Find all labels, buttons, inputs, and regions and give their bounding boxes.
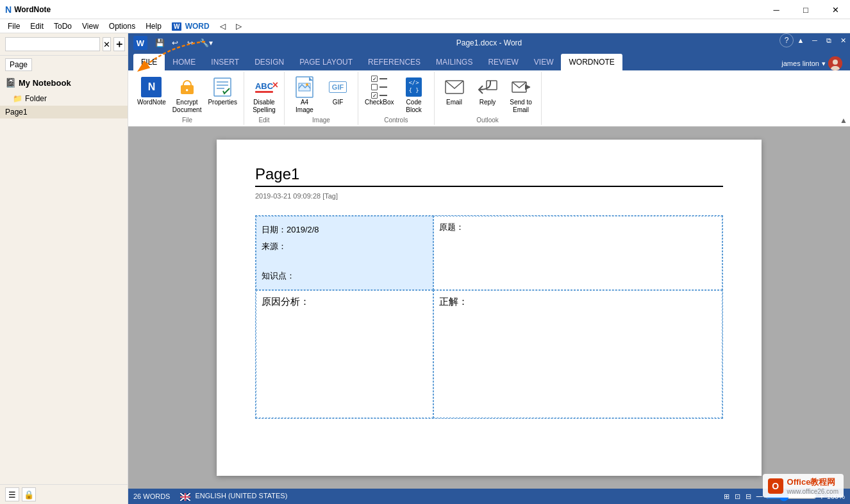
menu-options[interactable]: Options — [104, 20, 140, 32]
watermark-sub: www.office26.com — [787, 488, 838, 495]
word-minimize-button[interactable]: ─ — [808, 33, 822, 47]
word-redo-button[interactable]: ↪ — [183, 36, 197, 50]
spell-underline — [255, 91, 273, 93]
sidebar-page-1[interactable]: Page1 — [0, 106, 128, 118]
menu-forward[interactable]: ▷ — [231, 20, 247, 32]
zoom-out-button[interactable]: ─ — [756, 491, 763, 501]
cell-source: 来源： — [262, 238, 428, 255]
gif-badge-text: GIF — [329, 81, 347, 93]
sidebar-lock-button[interactable]: 🔒 — [22, 487, 36, 501]
user-name: james linton — [781, 60, 819, 67]
word-undo-button[interactable]: ↩ — [168, 36, 182, 50]
word-close-button[interactable]: ✕ — [836, 33, 850, 47]
add-page-button[interactable]: ＋ — [113, 37, 125, 51]
reply-button[interactable]: Reply — [472, 76, 504, 108]
a4-image-label: A4Image — [296, 99, 313, 114]
document-meta: 2019-03-21 09:09:28 [Tag] — [255, 192, 723, 200]
outlook-group-buttons: Email Reply — [438, 73, 537, 115]
cell-knowledge: 知识点： — [262, 268, 428, 284]
notebook-icon: 📓 — [5, 77, 16, 88]
svg-point-2 — [833, 60, 838, 65]
gif-button[interactable]: GIF GIF — [322, 76, 354, 108]
user-section: james linton ▾ — [781, 56, 842, 70]
notebook-title: 📓 My Notebook — [0, 74, 128, 92]
checkbox-icon: ✓ ✓ — [369, 77, 390, 97]
menu-help[interactable]: Help — [140, 20, 167, 32]
checkbox-button[interactable]: ✓ ✓ — [362, 76, 397, 108]
properties-icon — [212, 77, 233, 97]
wordnote-title-bar: N WordNote ─ □ ✕ — [0, 0, 850, 19]
word-app-icon: W — [133, 36, 147, 50]
checkbox-line-1 — [379, 78, 387, 79]
tab-references[interactable]: REFERENCES — [360, 54, 428, 70]
view-web-icon[interactable]: ⊟ — [746, 492, 751, 501]
email-button[interactable]: Email — [438, 76, 471, 108]
nav-page-label[interactable]: Page — [5, 58, 32, 71]
wordnote-button-label: WordNote — [137, 99, 166, 106]
main-layout: ✕ ＋ Page 📓 My Notebook 📁 Folder — [0, 33, 850, 504]
cell-title-label: 原题： — [439, 222, 717, 233]
folder-icon: 📁 — [13, 94, 22, 103]
menu-word[interactable]: W WORD — [167, 20, 215, 32]
wordnote-button[interactable]: N WordNote — [135, 76, 169, 108]
menu-file[interactable]: File — [3, 20, 25, 32]
encrypt-document-button[interactable]: ● EncryptDocument — [170, 76, 204, 115]
search-input[interactable] — [5, 37, 100, 51]
word-save-button[interactable]: 💾 — [153, 36, 167, 50]
file-group-label: File — [135, 115, 240, 124]
tab-design[interactable]: DESIGN — [247, 54, 292, 70]
table-cell-solution: 正解： — [433, 290, 722, 418]
tab-insert[interactable]: INSERT — [203, 54, 247, 70]
word-customize-button[interactable]: 🔧▾ — [199, 36, 213, 50]
status-bar: 26 WORDS ENGLISH (UNITED STATES) ⊞ ⊡ ⊟ — [128, 489, 850, 504]
checkbox-box-3: ✓ — [371, 92, 378, 99]
office-icon: O — [768, 478, 783, 494]
ribbon-tabs-bar: FILE HOME INSERT DESIGN PAGE LAYOUT REFE… — [128, 53, 850, 70]
title-divider — [255, 186, 723, 187]
tab-review[interactable]: REVIEW — [480, 54, 526, 70]
user-avatar[interactable] — [828, 56, 842, 70]
ribbon-group-edit: ABC × DisableSpelling Edit — [244, 72, 285, 125]
menu-view[interactable]: View — [77, 20, 104, 32]
image-group-label: Image — [288, 115, 354, 124]
sidebar-nav-area: Page — [0, 56, 128, 74]
table-cell-info: 日期：2019/2/8 来源： 知识点： — [256, 216, 433, 290]
app-name-label: WordNote — [14, 5, 51, 14]
tab-view[interactable]: VIEW — [526, 54, 562, 70]
sidebar-settings-button[interactable]: ☰ — [5, 487, 19, 501]
document-table: 日期：2019/2/8 来源： 知识点： 原题： 原因分析： — [255, 215, 723, 419]
menu-todo[interactable]: ToDo — [49, 20, 77, 32]
document-page: Page1 2019-03-21 09:09:28 [Tag] 日期：2019/… — [217, 140, 762, 476]
code-block-button[interactable]: </>{ } CodeBlock — [398, 76, 430, 115]
image-group-buttons: A4Image GIF GIF — [288, 73, 354, 115]
word-help-button[interactable]: ? — [779, 33, 794, 47]
a4-image-button[interactable]: A4Image — [288, 76, 321, 115]
send-email-button[interactable]: Send toEmail — [505, 76, 537, 115]
ribbon-collapse-button[interactable]: ▲ — [840, 116, 847, 125]
clear-search-button[interactable]: ✕ — [103, 37, 111, 51]
close-button[interactable]: ✕ — [821, 0, 850, 19]
maximize-button[interactable]: □ — [791, 0, 821, 19]
ribbon-tabs-right: james linton ▾ — [781, 56, 845, 70]
disable-spelling-button[interactable]: ABC × DisableSpelling — [248, 76, 280, 115]
menu-back[interactable]: ◁ — [215, 20, 231, 32]
disable-spelling-label: DisableSpelling — [253, 99, 276, 114]
tab-page-layout[interactable]: PAGE LAYOUT — [292, 54, 360, 70]
word-restore-button[interactable]: ⧉ — [822, 33, 836, 47]
cell-date: 日期：2019/2/8 — [262, 222, 428, 238]
view-layout-icon[interactable]: ⊞ — [724, 492, 729, 501]
cell-analysis-label: 原因分析： — [262, 296, 428, 308]
menu-edit[interactable]: Edit — [25, 20, 49, 32]
tab-file[interactable]: FILE — [133, 54, 165, 70]
minimize-button[interactable]: ─ — [762, 0, 791, 19]
ribbon-group-controls: ✓ ✓ — [358, 72, 435, 125]
properties-button[interactable]: Properties — [205, 76, 240, 108]
tab-mailings[interactable]: MAILINGS — [428, 54, 480, 70]
tab-home[interactable]: HOME — [165, 54, 203, 70]
view-full-icon[interactable]: ⊡ — [735, 492, 740, 501]
code-block-icon: </>{ } — [404, 77, 424, 97]
checkbox-box-1: ✓ — [371, 76, 378, 82]
checkbox-line-2 — [379, 86, 387, 88]
word-ribbon-collapse[interactable]: ▲ — [794, 33, 808, 47]
tab-wordnote[interactable]: WORDNOTE — [561, 54, 622, 70]
